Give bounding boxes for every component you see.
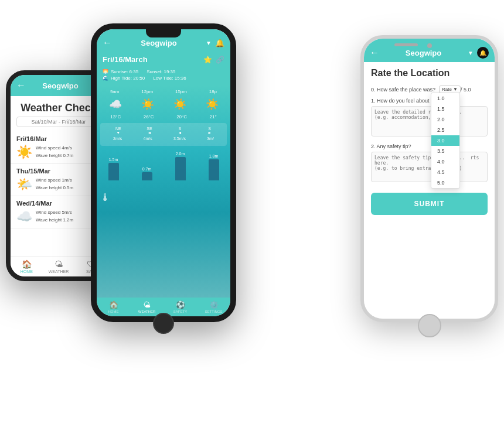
rate-wrapper[interactable]: Rate ▼ 1.0 1.5 2.0 2.5 3.0 3.5 4.0 xyxy=(439,86,471,93)
cnav-settings-label: SETTINGS xyxy=(205,310,222,313)
review-textarea[interactable] xyxy=(371,106,488,136)
share-icon[interactable]: 🔗 xyxy=(216,56,224,64)
stats-wed: Wind speed 5m/s Wave height 1.2m xyxy=(36,209,73,224)
temp-18p: 21° xyxy=(210,114,217,119)
wind-speed-row: 2m/s 4m/s 3.5m/s 3m/ xyxy=(103,136,224,141)
wspeed-ne: 2m/s xyxy=(113,136,122,141)
time-15pm: 15pm xyxy=(175,89,187,94)
wind-dir-ne: NE ▼ xyxy=(115,127,121,135)
cnav-settings[interactable]: ⚙️ SETTINGS xyxy=(197,298,230,316)
tide-bar-3: 1.8m xyxy=(209,154,219,180)
sunset-label: Sunset: 19:35 xyxy=(147,69,175,74)
center-bell-icon[interactable]: 🔔 xyxy=(215,39,224,47)
left-nav-home[interactable]: 🏠 HOME xyxy=(11,257,43,276)
right-back-icon[interactable]: ← xyxy=(370,47,379,58)
left-city-name: Seogwipo xyxy=(29,81,91,90)
date-range: Sat/10/Mar - Fri/16/Mar xyxy=(16,117,101,127)
home-label: HOME xyxy=(21,269,33,274)
day-wed-row: ☁️ Wind speed 5m/s Wave height 1.2m xyxy=(16,209,101,224)
time-9am: 9am xyxy=(110,89,120,94)
center-date: Fri/16/March xyxy=(103,55,200,64)
low-tide-label: Low Tide: 15:36 xyxy=(153,76,186,81)
cnav-weather-label: WEATHER xyxy=(138,310,156,313)
tide-bar-vis-1 xyxy=(142,172,152,180)
center-content: ← Seogwipo ▼ 🔔 Fri/16/March ⭐ 🔗 � xyxy=(97,29,230,316)
submit-button[interactable]: SUBMIT xyxy=(371,193,488,215)
center-phone-screen: ← Seogwipo ▼ 🔔 Fri/16/March ⭐ 🔗 � xyxy=(97,29,230,316)
cnav-home-icon: 🏠 xyxy=(109,300,118,309)
right-content: ← Seogwipo ▼ 🔔 Rate the Location 0. How … xyxy=(364,39,495,319)
day-fri-row: ☀️ Wind speed 4m/s Wave height 0.7m xyxy=(16,145,101,160)
wicon-18p: ☀️ xyxy=(206,98,219,111)
center-phone: ← Seogwipo ▼ 🔔 Fri/16/March ⭐ 🔗 � xyxy=(91,23,236,322)
wind-dir-s2: S ► xyxy=(207,127,212,135)
right-bell-icon[interactable]: 🔔 xyxy=(477,47,489,59)
safety-textarea[interactable] xyxy=(371,152,488,182)
rate-option-35[interactable]: 3.5 xyxy=(431,146,459,156)
wind-dir-row: NE ▼ SE ◄ S ◄ xyxy=(103,127,224,135)
cnav-home[interactable]: 🏠 HOME xyxy=(97,298,130,316)
cnav-safety-icon: ⚽ xyxy=(176,300,185,309)
question-2-text: 2. Any safety tip? xyxy=(371,144,488,149)
tide-label-2: 2.0m xyxy=(176,152,185,156)
question-0-row: 0. How safe the place was? Rate ▼ 1.0 1.… xyxy=(364,83,495,95)
time-18p: 18p xyxy=(209,89,217,94)
tide-label-0: 1.5m xyxy=(109,158,118,162)
thermometer-icon: 🌡 xyxy=(100,192,111,204)
question-0-text: 0. How safe the place was? xyxy=(371,87,435,93)
tide-bar-1: 0.7m xyxy=(142,167,152,180)
day-thu-row: 🌤️ Wind speed 1m/s Wave height 0.5m xyxy=(16,177,101,192)
question-1-text: 1. How do you feel about the pl... xyxy=(371,98,488,104)
cloud-icon-thu: 🌤️ xyxy=(16,177,32,192)
rate-option-15[interactable]: 1.5 xyxy=(431,104,459,114)
wicon-9am: ☁️ xyxy=(109,98,122,111)
tide-bar-2: 2.0m xyxy=(175,152,186,180)
rate-option-45[interactable]: 4.5 xyxy=(431,167,459,177)
weather-icon: 🌤 xyxy=(55,259,63,269)
question-1-section: 1. How do you feel about the pl... xyxy=(364,95,495,141)
left-nav-weather[interactable]: 🌤 WEATHER xyxy=(43,257,75,276)
time-labels-row: 9am 12pm 15pm 18p xyxy=(97,86,230,95)
cnav-safety-label: SAFETY xyxy=(173,310,187,313)
temp-9am: 13°C xyxy=(110,114,121,119)
rate-option-40[interactable]: 4.0 xyxy=(431,156,459,167)
weather-chart-area: 🌡 9am 12pm 15pm 18p ☁️ ☀️ ☀️ ☀️ xyxy=(97,86,230,298)
day-wed-label: Wed/14/Mar xyxy=(16,200,101,207)
rate-option-50[interactable]: 5.0 xyxy=(431,177,459,188)
right-phone-screen: ← Seogwipo ▼ 🔔 Rate the Location 0. How … xyxy=(364,39,495,319)
center-back-icon[interactable]: ← xyxy=(103,37,112,48)
temp-15pm: 20°C xyxy=(176,114,187,119)
rate-option-10[interactable]: 1.0 xyxy=(431,93,459,104)
right-camera xyxy=(427,43,432,48)
day-thu-label: Thu/15/Mar xyxy=(16,168,101,175)
right-home-button[interactable] xyxy=(418,314,441,337)
center-home-button[interactable] xyxy=(153,313,174,334)
tide-row: 🌊 High Tide: 20:50 Low Tide: 15:36 xyxy=(103,76,224,81)
temp-row: 13°C 26°C 20°C 21° xyxy=(97,113,230,121)
tide-label-3: 1.8m xyxy=(209,154,219,158)
rate-dropdown[interactable]: Rate ▼ 1.0 1.5 2.0 2.5 3.0 3.5 4.0 xyxy=(439,86,461,93)
home-icon: 🏠 xyxy=(22,259,32,269)
cloudy-icon-wed: ☁️ xyxy=(16,209,32,224)
rate-option-30[interactable]: 3.0 xyxy=(431,135,459,146)
right-phone: ← Seogwipo ▼ 🔔 Rate the Location 0. How … xyxy=(360,35,498,322)
tide-bar-vis-2 xyxy=(175,157,186,180)
tide-bar-0: 1.5m xyxy=(108,158,119,180)
center-dropdown-icon[interactable]: ▼ xyxy=(206,40,212,46)
sunrise-label: Sunrise: 6:35 xyxy=(111,69,138,74)
weather-label: WEATHER xyxy=(49,269,69,274)
star-icon[interactable]: ⭐ xyxy=(203,56,212,64)
wspeed-s2: 3m/ xyxy=(207,136,214,141)
right-city-name: Seogwipo xyxy=(383,49,464,57)
question-2-section: 2. Any safety tip? xyxy=(364,141,495,187)
rate-option-25[interactable]: 2.5 xyxy=(431,125,459,135)
sun-info-section: 🌅 Sunrise: 6:35 Sunset: 19:35 🌊 High Tid… xyxy=(97,67,230,86)
rate-option-20[interactable]: 2.0 xyxy=(431,114,459,125)
cnav-settings-icon: ⚙️ xyxy=(209,300,219,309)
rate-dropdown-options: 1.0 1.5 2.0 2.5 3.0 3.5 4.0 4.5 5.0 xyxy=(431,93,460,189)
time-12pm: 12pm xyxy=(141,89,153,94)
wicon-15pm: ☀️ xyxy=(173,98,186,111)
center-date-row: Fri/16/March ⭐ 🔗 xyxy=(97,52,230,67)
right-dropdown-icon[interactable]: ▼ xyxy=(468,50,474,56)
left-back-icon[interactable]: ← xyxy=(16,80,26,91)
